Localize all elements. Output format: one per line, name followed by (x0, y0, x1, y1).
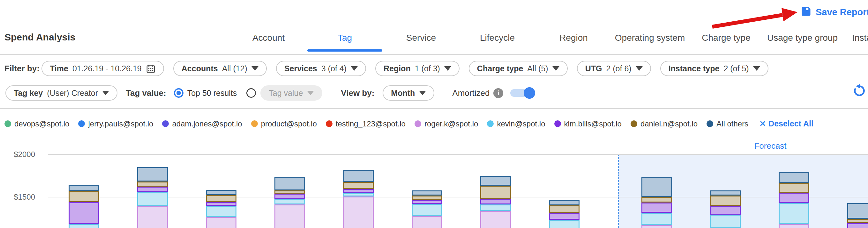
bar-segment-roger[interactable] (206, 217, 237, 228)
legend-item-devops-spot-io[interactable]: devops@spot.io (4, 119, 69, 128)
legend-item-kim-bills-spot-io[interactable]: kim.bills@spot.io (554, 119, 622, 128)
legend-item-testing-123-spot-io[interactable]: testing_123@spot.io (326, 119, 406, 128)
bar-segment-kim[interactable] (274, 194, 305, 199)
bar-segment-daniel[interactable] (480, 186, 511, 199)
filter-pill-region[interactable]: Region1 (of 3) (375, 61, 460, 76)
filter-pill-charge-type[interactable]: Charge typeAll (5) (469, 61, 568, 76)
bar-segment-kevin[interactable] (779, 203, 809, 224)
bar-segment-kim[interactable] (343, 189, 374, 193)
bar-segment-daniel[interactable] (412, 195, 442, 200)
legend-item-all-others[interactable]: All others (707, 119, 748, 128)
bar-segment-daniel[interactable] (274, 190, 305, 194)
view-by-dropdown[interactable]: Month (383, 85, 434, 101)
bar-segment-roger[interactable] (412, 216, 442, 228)
bar-segment-all_others[interactable] (847, 203, 868, 219)
stacked-bar-12-forecast[interactable] (847, 203, 868, 228)
bar-segment-daniel[interactable] (642, 197, 672, 202)
stacked-bar-5[interactable] (343, 170, 374, 228)
bar-segment-kevin[interactable] (642, 213, 672, 225)
legend-label: adam.jones@spot.io (172, 119, 242, 128)
bar-segment-kevin[interactable] (480, 204, 511, 211)
legend-item-kevin-spot-io[interactable]: kevin@spot.io (487, 119, 545, 128)
legend-item-product-spot-io[interactable]: product@spot.io (251, 119, 317, 128)
bar-segment-all_others[interactable] (779, 172, 809, 183)
filter-pill-services[interactable]: Services3 (of 4) (276, 61, 366, 76)
bar-segment-daniel[interactable] (847, 219, 868, 223)
stacked-bar-2[interactable] (137, 167, 168, 228)
bar-segment-kim[interactable] (480, 199, 511, 204)
bar-segment-all_others[interactable] (412, 190, 442, 196)
stacked-bar-9-forecast[interactable] (642, 177, 672, 228)
bar-segment-daniel[interactable] (549, 205, 580, 213)
bar-segment-kim[interactable] (206, 202, 237, 206)
bar-segment-kevin[interactable] (343, 193, 374, 196)
bar-segment-all_others[interactable] (480, 176, 511, 186)
deselect-all-button[interactable]: ✕Deselect All (759, 119, 813, 128)
legend-item-roger-k-spot-io[interactable]: roger.k@spot.io (414, 119, 478, 128)
stacked-bar-6[interactable] (412, 190, 442, 228)
legend-item-jerry-pauls-spot-io[interactable]: jerry.pauls@spot.io (78, 119, 153, 128)
stacked-bar-11-forecast[interactable] (779, 172, 809, 228)
legend-item-adam-jones-spot-io[interactable]: adam.jones@spot.io (162, 119, 242, 128)
filter-pill-accounts[interactable]: AccountsAll (12) (173, 61, 267, 76)
bar-segment-daniel[interactable] (710, 195, 741, 206)
bar-segment-all_others[interactable] (343, 170, 374, 182)
bar-segment-all_others[interactable] (642, 177, 672, 197)
filter-pill-utg[interactable]: UTG2 (of 6) (577, 61, 651, 76)
bar-segment-all_others[interactable] (710, 190, 741, 196)
bar-segment-kim[interactable] (847, 223, 868, 228)
bar-segment-daniel[interactable] (69, 191, 99, 202)
bar-segment-kim[interactable] (412, 200, 442, 204)
bar-segment-roger[interactable] (274, 204, 305, 228)
bar-segment-roger[interactable] (642, 225, 672, 228)
stacked-bar-3[interactable] (206, 190, 237, 228)
bar-segment-all_others[interactable] (69, 185, 99, 191)
tag-key-value: (User) Creator (47, 88, 98, 98)
bar-segment-all_others[interactable] (206, 190, 237, 195)
bar-segment-roger[interactable] (779, 224, 809, 228)
bar-segment-kevin[interactable] (137, 192, 168, 206)
filter-pill-time[interactable]: Time01.26.19 - 10.26.19 (41, 61, 164, 76)
filter-pill-row: Time01.26.19 - 10.26.19AccountsAll (12)S… (41, 61, 769, 76)
custom-tag-value-radio[interactable] (246, 88, 256, 98)
tag-key-dropdown[interactable]: Tag key (User) Creator (5, 85, 118, 101)
bar-segment-kevin[interactable] (69, 224, 99, 228)
legend-item-daniel-n-spot-io[interactable]: daniel.n@spot.io (630, 119, 698, 128)
stacked-bar-8[interactable] (549, 200, 580, 228)
amortized-toggle[interactable] (510, 89, 534, 97)
bar-segment-kim[interactable] (710, 206, 741, 215)
bar-segment-kevin[interactable] (412, 204, 442, 216)
bar-segment-daniel[interactable] (206, 195, 237, 202)
bar-segment-roger[interactable] (343, 196, 374, 228)
bar-segment-roger[interactable] (137, 206, 168, 228)
info-icon[interactable]: i (493, 88, 503, 98)
reset-filters-icon[interactable] (852, 83, 867, 99)
bar-segment-roger[interactable] (480, 211, 511, 228)
stacked-bar-1[interactable] (69, 185, 99, 228)
bar-segment-kim[interactable] (642, 202, 672, 213)
pill-label: Accounts (182, 64, 218, 73)
bar-segment-kim[interactable] (69, 202, 99, 224)
bar-segment-daniel[interactable] (779, 183, 809, 193)
bar-segment-daniel[interactable] (137, 182, 168, 187)
pill-label: UTG (585, 64, 602, 73)
tag-key-label: Tag key (14, 88, 43, 98)
bar-segment-all_others[interactable] (274, 177, 305, 190)
stacked-bar-7[interactable] (480, 176, 511, 228)
bar-segment-all_others[interactable] (549, 200, 580, 205)
bar-segment-kim[interactable] (137, 187, 168, 192)
bar-segment-kim[interactable] (779, 193, 809, 203)
chart-legend: devops@spot.iojerry.pauls@spot.ioadam.jo… (4, 119, 813, 128)
bar-segment-kevin[interactable] (549, 220, 580, 228)
bar-segment-kim[interactable] (549, 213, 580, 220)
bar-segment-kevin[interactable] (710, 215, 741, 228)
filter-pill-instance-type[interactable]: Instance type2 (of 5) (660, 61, 769, 76)
bar-segment-kevin[interactable] (206, 206, 237, 217)
bar-segment-daniel[interactable] (343, 182, 374, 189)
top-50-results-radio[interactable] (174, 88, 184, 98)
legend-label: kim.bills@spot.io (564, 119, 622, 128)
bar-segment-kevin[interactable] (274, 199, 305, 204)
bar-segment-all_others[interactable] (137, 167, 168, 182)
stacked-bar-10-forecast[interactable] (710, 190, 741, 228)
stacked-bar-4[interactable] (274, 177, 305, 228)
